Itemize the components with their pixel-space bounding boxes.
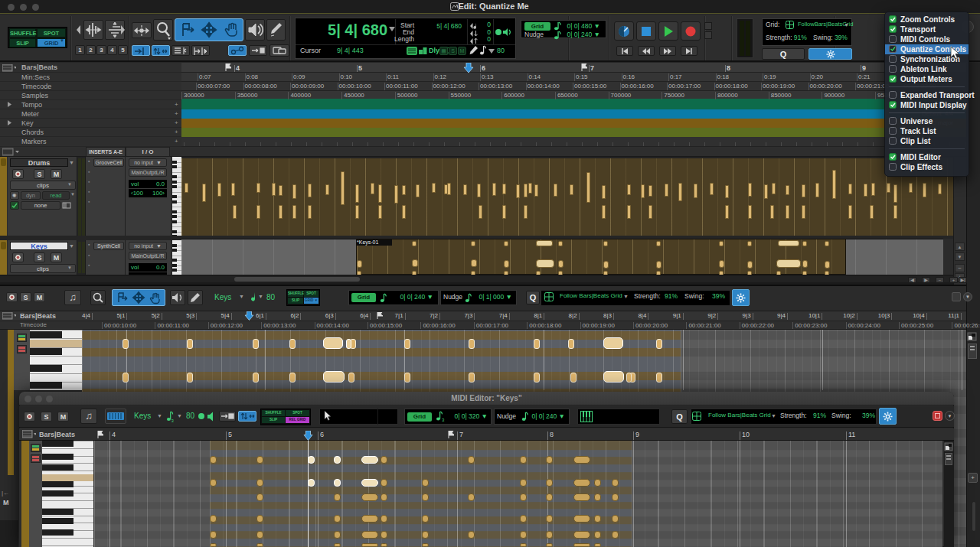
svg-text:3: 3: [172, 418, 175, 422]
